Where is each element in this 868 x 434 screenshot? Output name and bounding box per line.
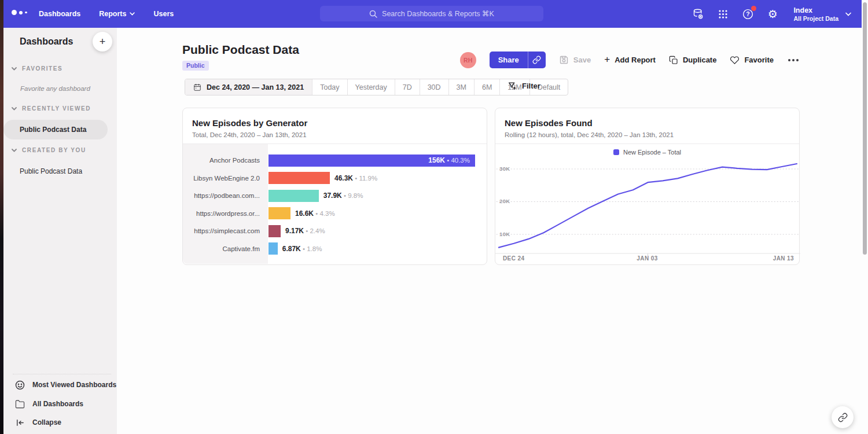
apps-grid-icon[interactable] bbox=[716, 8, 729, 20]
bar-row: 156K • 40.3% bbox=[269, 152, 487, 170]
bar-value-label: 37.9K • 9.8% bbox=[323, 192, 363, 200]
duplicate-button[interactable]: Duplicate bbox=[669, 56, 717, 65]
brand-logo[interactable] bbox=[12, 10, 27, 15]
add-dashboard-button[interactable]: + bbox=[93, 32, 112, 52]
line-chart[interactable] bbox=[495, 144, 800, 266]
bar-row: 9.17K • 2.4% bbox=[269, 222, 487, 240]
chevron-down-icon bbox=[12, 107, 17, 111]
bar[interactable] bbox=[269, 190, 319, 202]
chart-subtitle: Rolling (12 hours), total, Dec 24th, 202… bbox=[505, 131, 790, 138]
settings-gear-icon[interactable]: ⚙ bbox=[766, 8, 779, 20]
most-viewed-dashboards-button[interactable]: Most Viewed Dashboards bbox=[15, 378, 116, 391]
share-split-button: Share bbox=[490, 52, 546, 68]
notification-badge bbox=[751, 6, 756, 11]
bar-row: 46.3K • 11.9% bbox=[269, 170, 487, 187]
section-created-by-you[interactable]: CREATED BY YOU bbox=[12, 147, 86, 153]
chart-subtitle: Total, Dec 24th, 2020 – Jan 13th, 2021 bbox=[192, 131, 477, 138]
favorites-empty-hint: Favorite any dashboard bbox=[20, 85, 90, 92]
y-tick-30k: 30K bbox=[499, 165, 510, 172]
section-recently-viewed[interactable]: RECENTLY VIEWED bbox=[12, 105, 91, 112]
preset-yesterday[interactable]: Yesterday bbox=[347, 79, 395, 95]
collapse-icon bbox=[15, 418, 25, 428]
workspace-name: Index bbox=[793, 6, 838, 15]
plus-icon: + bbox=[604, 54, 610, 65]
header-actions: RH Share Save + Add Report Duplicate Fav… bbox=[460, 52, 800, 68]
app: Dashboards Reports Users Search Dashboar… bbox=[0, 0, 868, 434]
search-input[interactable]: Search Dashboards & Reports ⌘K bbox=[320, 6, 543, 21]
data-sources-icon[interactable] bbox=[692, 8, 704, 20]
section-favorites-label: FAVORITES bbox=[22, 65, 62, 72]
bar[interactable] bbox=[269, 172, 330, 184]
sidebar-item-public-podcast-data[interactable]: Public Podcast Data bbox=[20, 126, 86, 134]
copy-icon bbox=[669, 56, 678, 65]
workspace-switcher[interactable]: Index All Project Data bbox=[793, 6, 851, 22]
bar[interactable] bbox=[269, 225, 281, 237]
bar-value-label: 16.6K • 4.3% bbox=[295, 209, 335, 218]
bar-value-label: 6.87K • 1.8% bbox=[282, 245, 322, 253]
bar-category-label: https://simplecast.com bbox=[183, 222, 268, 240]
heart-icon bbox=[730, 56, 740, 65]
y-tick-20k: 20K bbox=[499, 198, 510, 204]
scrollbar-track[interactable] bbox=[862, 0, 868, 434]
y-tick-10k: 10K bbox=[499, 231, 510, 237]
share-link-button[interactable] bbox=[528, 52, 546, 68]
filter-button[interactable]: Filter bbox=[508, 82, 540, 90]
workspace-scope: All Project Data bbox=[793, 15, 838, 22]
scrollbar-thumb[interactable] bbox=[863, 2, 867, 255]
card-new-episodes-found: New Episodes Found Rolling (12 hours), t… bbox=[495, 108, 800, 265]
share-button[interactable]: Share bbox=[490, 52, 528, 68]
nav-users[interactable]: Users bbox=[153, 10, 174, 18]
chart-title: New Episodes Found bbox=[505, 118, 790, 128]
bar[interactable] bbox=[269, 207, 290, 219]
help-icon[interactable]: ? bbox=[741, 8, 754, 20]
page-title: Public Podcast Data bbox=[182, 43, 299, 57]
favorite-button[interactable]: Favorite bbox=[730, 56, 774, 65]
collapse-sidebar-button[interactable]: Collapse bbox=[15, 416, 61, 429]
share-link-fab[interactable] bbox=[832, 406, 854, 428]
preset-6m[interactable]: 6M bbox=[474, 79, 499, 95]
filter-funnel-icon bbox=[508, 82, 517, 90]
card-new-episodes-by-generator: New Episodes by Generator Total, Dec 24t… bbox=[182, 108, 487, 265]
preset-3m[interactable]: 3M bbox=[448, 79, 474, 95]
chevron-down-icon bbox=[12, 67, 17, 71]
bar-category-label: Anchor Podcasts bbox=[183, 152, 268, 170]
nav-reports[interactable]: Reports bbox=[99, 10, 135, 18]
x-tick-jan03: JAN 03 bbox=[495, 255, 799, 262]
data-series-line[interactable] bbox=[499, 164, 797, 248]
section-favorites[interactable]: FAVORITES bbox=[12, 65, 62, 72]
sidebar-title: Dashboards bbox=[20, 36, 73, 47]
search-placeholder: Search Dashboards & Reports ⌘K bbox=[382, 9, 494, 18]
preset-30d[interactable]: 30D bbox=[420, 79, 448, 95]
bar-row: 37.9K • 9.8% bbox=[269, 187, 487, 205]
bar-value-label: 156K • 40.3% bbox=[428, 156, 470, 164]
nav-dashboards[interactable]: Dashboards bbox=[39, 10, 80, 18]
bar-row: 6.87K • 1.8% bbox=[269, 240, 487, 258]
section-created-by-you-label: CREATED BY YOU bbox=[22, 147, 86, 153]
bar[interactable]: 156K • 40.3% bbox=[269, 155, 475, 167]
smiley-icon bbox=[15, 380, 25, 390]
bar[interactable] bbox=[269, 242, 278, 255]
bar-category-label: Captivate.fm bbox=[183, 240, 268, 258]
save-button[interactable]: Save bbox=[559, 55, 591, 65]
bar-labels: Anchor PodcastsLibsyn WebEngine 2.0https… bbox=[183, 144, 268, 264]
bar-category-label: https://wordpress.or... bbox=[183, 205, 268, 223]
bar-category-label: https://podbean.com... bbox=[183, 187, 268, 205]
svg-text:?: ? bbox=[746, 10, 749, 17]
folder-icon bbox=[15, 399, 25, 409]
all-dashboards-button[interactable]: All Dashboards bbox=[15, 398, 83, 410]
add-report-button[interactable]: + Add Report bbox=[604, 55, 656, 65]
link-icon bbox=[838, 413, 848, 422]
sidebar-item-public-podcast-data-2[interactable]: Public Podcast Data bbox=[20, 167, 82, 175]
bar-value-label: 46.3K • 11.9% bbox=[334, 174, 377, 182]
section-recently-viewed-label: RECENTLY VIEWED bbox=[22, 105, 91, 112]
bar-category-label: Libsyn WebEngine 2.0 bbox=[183, 170, 268, 187]
avatar[interactable]: RH bbox=[460, 52, 476, 68]
bar-row: 16.6K • 4.3% bbox=[269, 205, 487, 223]
chevron-down-icon bbox=[130, 12, 135, 16]
more-options-button[interactable] bbox=[787, 57, 800, 64]
preset-7d[interactable]: 7D bbox=[395, 79, 420, 95]
bar-rows: 156K • 40.3%46.3K • 11.9%37.9K • 9.8%16.… bbox=[269, 152, 487, 258]
save-icon bbox=[559, 55, 569, 65]
date-range-picker[interactable]: Dec 24, 2020 — Jan 13, 2021 bbox=[185, 79, 312, 95]
preset-today[interactable]: Today bbox=[312, 79, 347, 95]
